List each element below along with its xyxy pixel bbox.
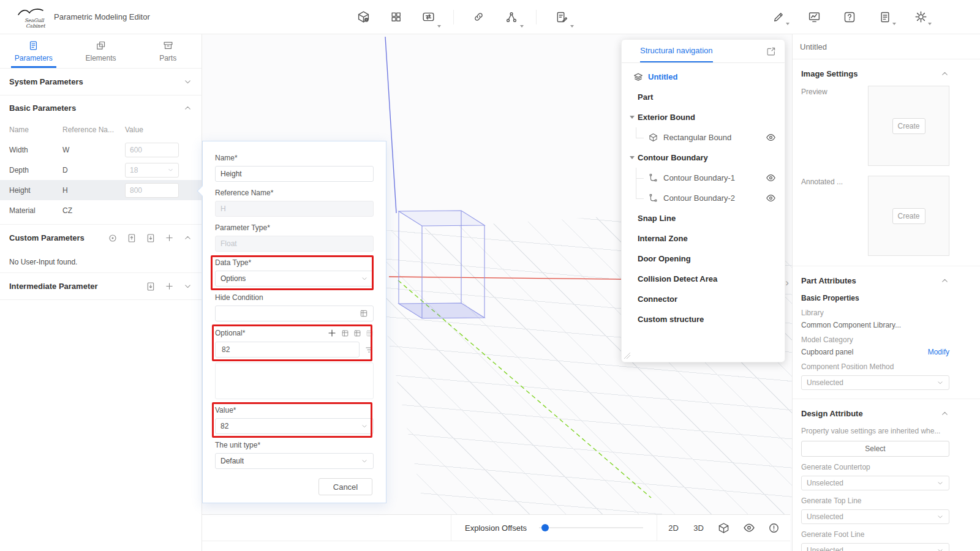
view-3d-button[interactable]: 3D [686, 515, 711, 541]
top-toolbar-right [772, 0, 927, 34]
intermediate-parameter-section-header[interactable]: Intermediate Parameter [0, 273, 202, 300]
generate-countertop-select[interactable]: Unselected [801, 476, 949, 490]
create-preview-button[interactable]: Create [892, 118, 925, 134]
view-2d-button[interactable]: 2D [661, 515, 686, 541]
cancel-button[interactable]: Cancel [318, 478, 372, 495]
tab-parts[interactable]: Parts [134, 34, 202, 68]
visibility-eye-icon[interactable] [766, 173, 776, 183]
explosion-offsets-slider[interactable] [539, 524, 643, 531]
name-field[interactable]: Height [215, 166, 374, 182]
isometric-view-button[interactable] [711, 515, 736, 541]
add-parameter-icon[interactable] [165, 282, 174, 291]
slider-track[interactable] [539, 527, 643, 528]
chevron-up-icon[interactable] [940, 409, 949, 418]
tree-item-contour-boundary[interactable]: Contour Boundary [622, 148, 785, 168]
system-parameters-section-header[interactable]: System Parameters [0, 69, 202, 96]
table-row-height[interactable]: Height H 800 [0, 180, 202, 200]
param-name: Material [0, 206, 62, 215]
open-in-window-icon[interactable] [766, 40, 776, 62]
model-tool-button[interactable] [347, 0, 380, 34]
option-value-input[interactable]: 82 [215, 342, 360, 358]
swap-tool-button[interactable] [412, 0, 445, 34]
statistics-button[interactable] [807, 0, 821, 34]
visibility-button[interactable] [736, 515, 761, 541]
unit-type-select[interactable]: Default [215, 453, 374, 469]
tree-item-custom-structure[interactable]: Custom structure [622, 309, 785, 329]
warnings-button[interactable] [761, 515, 786, 541]
expander-caret-icon[interactable] [630, 156, 635, 159]
node-graph-tool-button[interactable] [495, 0, 527, 34]
expander-caret-icon[interactable] [630, 116, 635, 119]
insert-row-below-icon[interactable] [353, 329, 361, 337]
swap-arrows-icon [422, 10, 435, 23]
structural-navigation-title[interactable]: Structural navigation [640, 40, 713, 62]
data-type-select[interactable]: Options [215, 271, 374, 287]
param-value-select[interactable]: 18 [125, 163, 179, 178]
explosion-offsets-group: Explosion Offsets [451, 515, 657, 541]
help-button[interactable] [843, 0, 856, 34]
table-row-material[interactable]: Material CZ [0, 200, 202, 220]
table-row-depth[interactable]: Depth D 18 [0, 160, 202, 180]
custom-parameters-section-header[interactable]: Custom Parameters [0, 224, 202, 251]
tree-item-rectangular-bound[interactable]: Rectangular Bound [622, 127, 785, 148]
generate-foot-line-select[interactable]: Unselected [801, 543, 949, 551]
edit-mode-button[interactable] [772, 0, 785, 34]
slider-thumb[interactable] [541, 524, 549, 531]
condition-table-icon[interactable] [360, 309, 368, 318]
visibility-eye-icon[interactable] [766, 132, 776, 143]
tree-item-snap-line[interactable]: Snap Line [622, 208, 785, 228]
tree-item-contour-boundary-1[interactable]: Contour Boundary-1 [622, 168, 785, 188]
panel-resize-handle[interactable] [624, 352, 631, 359]
basic-properties-title: Basic Properties [801, 294, 949, 302]
layers-icon [633, 72, 643, 82]
generate-top-line-select[interactable]: Unselected [801, 509, 949, 524]
chevron-up-icon[interactable] [940, 276, 949, 285]
import-doc-icon[interactable] [146, 233, 156, 243]
add-option-icon[interactable] [327, 328, 337, 338]
modify-link[interactable]: Modify [928, 348, 949, 356]
document-edit-tool-button[interactable] [545, 0, 578, 34]
wireframe-box[interactable] [399, 211, 484, 318]
tree-item-exterior-bound[interactable]: Exterior Bound [622, 107, 785, 127]
export-doc-icon[interactable] [127, 233, 137, 243]
param-value-input[interactable]: 800 [125, 183, 179, 198]
chevron-up-icon[interactable] [183, 233, 192, 242]
image-settings-section-header[interactable]: Image Settings [793, 59, 980, 86]
basic-parameters-section-header[interactable]: Basic Parameters [0, 96, 202, 120]
filter-icon[interactable] [364, 345, 374, 354]
hide-condition-field[interactable] [215, 305, 374, 321]
add-parameter-icon[interactable] [165, 233, 174, 242]
settings-button[interactable] [914, 0, 927, 34]
tree-item-internal-zone[interactable]: Internal Zone [622, 228, 785, 249]
components-tool-button[interactable] [380, 0, 412, 34]
tree-item-contour-boundary-2[interactable]: Contour Boundary-2 [622, 188, 785, 208]
delete-row-icon[interactable] [366, 329, 374, 337]
chevron-down-icon[interactable] [183, 282, 192, 291]
create-annotated-button[interactable]: Create [892, 208, 925, 224]
chevron-up-icon[interactable] [183, 103, 192, 113]
target-icon[interactable] [108, 233, 118, 243]
component-position-method-select[interactable]: Unselected [801, 375, 949, 390]
link-tool-button[interactable] [462, 0, 495, 34]
tab-parameters[interactable]: Parameters [0, 34, 67, 68]
tree-item-door-opening[interactable]: Door Opening [622, 249, 785, 269]
tree-item-collision-detect-area[interactable]: Collision Detect Area [622, 269, 785, 289]
select-button[interactable]: Select [801, 441, 949, 457]
document-button[interactable] [878, 0, 892, 34]
param-value-input[interactable]: 600 [125, 143, 179, 157]
tree-item-untitled[interactable]: Untitled [622, 67, 785, 87]
import-doc-icon[interactable] [146, 282, 156, 291]
part-attributes-section-header[interactable]: Part Attributes [793, 266, 980, 293]
chevron-down-icon[interactable] [183, 77, 192, 86]
chevron-up-icon[interactable] [940, 69, 949, 78]
insert-row-above-icon[interactable] [341, 329, 349, 337]
value-select[interactable]: 82 [215, 418, 374, 434]
design-attribute-section-header[interactable]: Design Attribute [793, 399, 980, 425]
tab-elements[interactable]: Elements [67, 34, 135, 68]
tree-item-connector[interactable]: Connector [622, 289, 785, 309]
visibility-eye-icon[interactable] [766, 193, 776, 203]
chevron-down-icon [937, 547, 944, 551]
reference-name-field: H [215, 201, 374, 217]
table-row-width[interactable]: Width W 600 [0, 140, 202, 160]
tree-item-part[interactable]: Part [622, 87, 785, 107]
